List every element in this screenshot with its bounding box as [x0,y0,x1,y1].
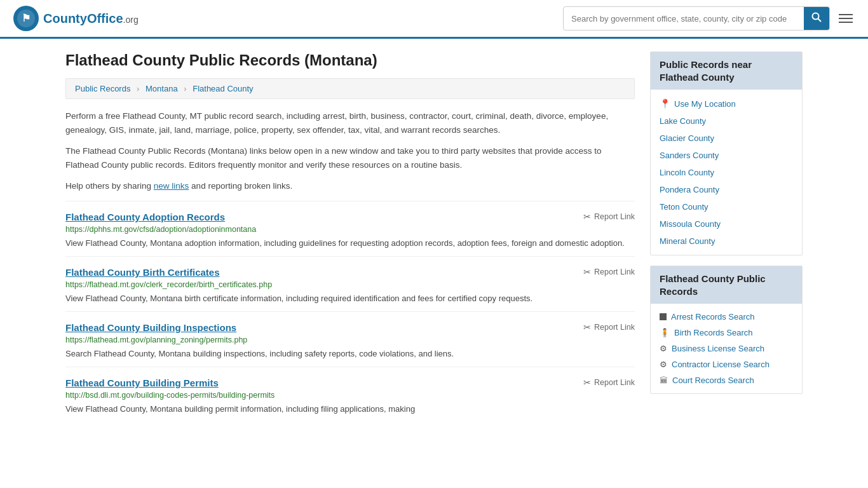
record-description: Search Flathead County, Montana building… [65,348,635,360]
nearby-county-link[interactable]: Lake County [660,116,706,126]
record-description: View Flathead County, Montana building p… [65,403,635,416]
record-item: Flathead County Adoption Records ✂ Repor… [65,201,635,256]
nearby-county-link[interactable]: Teton County [660,202,709,212]
nearby-county-link[interactable]: Mineral County [660,236,715,246]
search-button[interactable] [804,7,829,30]
nearby-counties-container: Lake CountyGlacier CountySanders CountyL… [651,112,802,250]
intro-paragraph-1: Perform a free Flathead County, MT publi… [65,109,635,137]
record-url: https://dphhs.mt.gov/cfsd/adoption/adopt… [65,225,635,234]
search-bar [563,6,830,30]
sidebar-flathead-section: Flathead County Public Records Arrest Re… [650,266,803,394]
report-link-label: Report Link [594,378,635,387]
record-url: https://flathead.mt.gov/clerk_recorder/b… [65,280,635,289]
logo-icon: ⚑ [13,5,39,32]
intro3-suffix: and reporting broken links. [189,181,292,191]
nearby-county-link[interactable]: Missoula County [660,219,721,229]
flathead-record-link[interactable]: Arrest Records Search [671,312,755,322]
nearby-county-item: Lincoln County [651,164,802,181]
report-link-button[interactable]: ✂ Report Link [583,377,635,388]
page-title: Flathead County Public Records (Montana) [65,51,635,69]
menu-line [839,18,853,19]
svg-point-3 [813,13,819,20]
record-title-link[interactable]: Flathead County Adoption Records [65,212,225,222]
nearby-county-link[interactable]: Glacier County [660,133,714,143]
flathead-record-link[interactable]: Contractor License Search [672,360,770,369]
flathead-records-container: Arrest Records Search🧍Birth Records Sear… [651,309,802,388]
record-title-link[interactable]: Flathead County Birth Certificates [65,267,220,278]
location-pin-icon: 📍 [660,98,670,109]
nearby-county-link[interactable]: Sanders County [660,151,719,160]
report-link-button[interactable]: ✂ Report Link [583,267,635,277]
nearby-county-item: Sanders County [651,147,802,164]
menu-line [839,22,853,23]
header-right [563,6,855,30]
record-item: Flathead County Birth Certificates ✂ Rep… [65,256,635,311]
new-links-link[interactable]: new links [154,181,189,191]
flathead-record-item: 🏛Court Records Search [651,372,802,388]
record-url: https://flathead.mt.gov/planning_zoning/… [65,336,635,344]
records-container: Flathead County Adoption Records ✂ Repor… [65,201,635,423]
report-link-button[interactable]: ✂ Report Link [583,212,635,222]
record-description: View Flathead County, Montana birth cert… [65,292,635,305]
breadcrumb-sep: › [137,84,139,93]
nearby-county-item: Mineral County [651,233,802,250]
sidebar-flathead-header: Flathead County Public Records [651,266,802,304]
report-icon: ✂ [583,322,591,332]
record-description: View Flathead County, Montana adoption i… [65,237,635,250]
logo-area: ⚑ CountyOffice.org [13,5,139,32]
sidebar-nearby-section: Public Records near Flathead County 📍 Us… [650,51,803,255]
logo-text: CountyOffice.org [43,11,139,26]
sidebar-nearby-header: Public Records near Flathead County [651,52,802,90]
search-input[interactable] [564,9,804,29]
report-icon: ✂ [583,267,591,277]
nearby-county-link[interactable]: Lincoln County [660,168,714,177]
svg-line-4 [818,19,822,22]
record-title-link[interactable]: Flathead County Building Inspections [65,322,236,333]
flathead-record-item: ⚙Business License Search [651,341,802,356]
square-icon [660,313,667,320]
flathead-record-item: 🧍Birth Records Search [651,325,802,341]
report-icon: ✂ [583,212,591,222]
use-my-location-link[interactable]: Use My Location [674,99,736,109]
record-item-header: Flathead County Birth Certificates ✂ Rep… [65,267,635,278]
nearby-county-item: Missoula County [651,215,802,233]
breadcrumb-montana[interactable]: Montana [146,84,178,93]
record-item-header: Flathead County Adoption Records ✂ Repor… [65,212,635,222]
flathead-record-item: ⚙Contractor License Search [651,356,802,372]
nearby-county-item: Teton County [651,198,802,215]
breadcrumb-flathead[interactable]: Flathead County [193,84,253,93]
nearby-county-item: Lake County [651,112,802,130]
record-item-header: Flathead County Building Permits ✂ Repor… [65,377,635,388]
svg-text:⚑: ⚑ [22,13,31,24]
flathead-record-link[interactable]: Court Records Search [672,376,754,385]
hamburger-menu-button[interactable] [836,11,855,25]
menu-line [839,14,853,15]
breadcrumb-sep2: › [184,84,186,93]
main-container: Flathead County Public Records (Montana)… [53,39,815,435]
record-title-link[interactable]: Flathead County Building Permits [65,377,219,388]
intro-paragraph-3: Help others by sharing new links and rep… [65,179,635,193]
record-item-header: Flathead County Building Inspections ✂ R… [65,322,635,333]
nearby-county-item: Pondera County [651,181,802,198]
report-link-button[interactable]: ✂ Report Link [583,322,635,332]
report-link-label: Report Link [594,268,635,276]
record-item: Flathead County Building Permits ✂ Repor… [65,367,635,422]
record-url: http://bsd.dli.mt.gov/building-codes-per… [65,391,635,400]
nearby-county-link[interactable]: Pondera County [660,185,719,194]
content-area: Flathead County Public Records (Montana)… [65,51,635,423]
sidebar-nearby-list: 📍 Use My Location Lake CountyGlacier Cou… [651,90,802,255]
court-icon: 🏛 [660,376,668,385]
search-icon [811,12,822,22]
intro3-prefix: Help others by sharing [65,181,154,191]
sidebar: Public Records near Flathead County 📍 Us… [650,51,803,423]
breadcrumb: Public Records › Montana › Flathead Coun… [65,78,635,99]
gear-icon: ⚙ [660,360,667,369]
flathead-record-link[interactable]: Business License Search [672,344,764,353]
site-header: ⚑ CountyOffice.org [0,0,868,39]
report-link-label: Report Link [594,212,635,221]
flathead-record-link[interactable]: Birth Records Search [674,328,753,337]
use-my-location-item[interactable]: 📍 Use My Location [651,95,802,112]
report-icon: ✂ [583,377,591,388]
nearby-county-item: Glacier County [651,130,802,147]
breadcrumb-public-records[interactable]: Public Records [75,84,130,93]
